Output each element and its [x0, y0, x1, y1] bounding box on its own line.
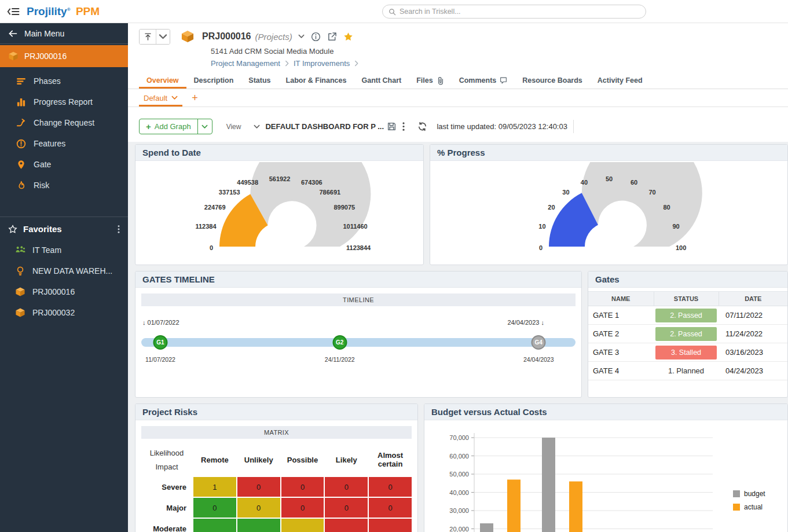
timeline-milestone-g2[interactable]: G2: [332, 335, 347, 350]
panel-project-risks: Project Risks MATRIX LikelihoodImpactRem…: [135, 403, 418, 532]
tab-label: Labor & Finances: [286, 76, 347, 85]
svg-text:50,000: 50,000: [449, 471, 469, 478]
app-logo: Projility® PPM: [27, 5, 100, 18]
matrix-cell[interactable]: 0: [369, 498, 412, 518]
matrix-cell[interactable]: [237, 519, 280, 532]
matrix-column-unlikely: Unlikely: [237, 443, 280, 476]
favorite-item-prj000032[interactable]: PRJ000032: [0, 302, 128, 323]
gate-date: 04/24/2023: [719, 362, 787, 380]
timeline-bar: [141, 338, 576, 347]
matrix-cell[interactable]: [193, 519, 236, 532]
collapse-menu-icon[interactable]: [7, 7, 20, 16]
add-graph-dropdown[interactable]: [197, 119, 212, 134]
gates-table-row: GATE 33. Stalled03/16/2023: [588, 343, 787, 362]
add-subtab-button[interactable]: [192, 93, 198, 103]
matrix-cell[interactable]: 0: [281, 477, 324, 497]
navigate-up-button[interactable]: [140, 30, 156, 44]
kebab-menu-icon[interactable]: [118, 225, 120, 233]
phases-icon: [16, 76, 26, 86]
sidebar-item-change-request[interactable]: Change Request: [0, 112, 128, 133]
gate-status-cell: 2. Passed: [654, 306, 719, 325]
svg-text:70: 70: [648, 189, 655, 196]
idea-icon: [15, 266, 25, 276]
matrix-cell[interactable]: 0: [325, 498, 368, 518]
dashboard-subtab-bar: Default: [128, 89, 788, 107]
favorite-item-prj000016[interactable]: PRJ000016: [0, 281, 128, 302]
matrix-cell[interactable]: 0: [325, 477, 368, 497]
breadcrumb-item[interactable]: Project Management: [211, 59, 280, 68]
sidebar-item-risk[interactable]: Risk: [0, 175, 128, 196]
timeline-start-label: ↓ 01/07/2022: [142, 319, 179, 326]
favorite-star-icon[interactable]: [343, 32, 353, 42]
sidebar-item-features[interactable]: Features: [0, 133, 128, 154]
refresh-icon[interactable]: [417, 122, 427, 131]
global-search[interactable]: [382, 5, 646, 19]
tab-label: Comments: [459, 76, 497, 85]
tab-description[interactable]: Description: [186, 72, 241, 89]
matrix-cell[interactable]: [369, 519, 412, 532]
breadcrumb-item[interactable]: IT Improvements: [294, 59, 350, 68]
matrix-cell[interactable]: [281, 519, 324, 532]
favorite-label: PRJ000016: [32, 287, 75, 296]
chevron-down-icon: [201, 124, 208, 129]
timeline-milestone-g1[interactable]: G1: [153, 335, 168, 350]
add-graph-button[interactable]: Add Graph: [140, 119, 197, 134]
last-updated-text: last time updated: 09/05/2023 12:40:03: [437, 122, 567, 131]
dashboard-name: DEFAULT DASHBOARD FOR P ...: [265, 122, 381, 131]
legend-item-budget: budget: [733, 490, 765, 498]
tab-gantt-chart[interactable]: Gantt Chart: [354, 72, 409, 89]
panel-gates-timeline: GATES TIMELINE TIMELINE ↓ 01/07/2022 24/…: [135, 271, 582, 398]
matrix-cell[interactable]: 1: [193, 477, 236, 497]
gates-column-header: STATUS: [654, 292, 719, 306]
tab-status[interactable]: Status: [241, 72, 278, 89]
svg-text:449538: 449538: [237, 179, 258, 186]
matrix-cell[interactable]: 0: [237, 498, 280, 518]
progress-gauge-svg: 0102030405060708090100: [470, 162, 748, 258]
logo-registered-mark: ®: [67, 6, 71, 12]
favorite-item-new-data-wareh[interactable]: NEW DATA WAREH...: [0, 261, 128, 281]
matrix-cell[interactable]: 0: [237, 477, 280, 497]
tab-overview[interactable]: Overview: [139, 72, 186, 89]
matrix-cell[interactable]: 0: [281, 498, 324, 518]
favorites-header: Favorites: [0, 217, 128, 240]
tab-labor-finances[interactable]: Labor & Finances: [278, 72, 354, 89]
progress-report-icon: [16, 97, 26, 107]
title-chevron-down-icon[interactable]: [298, 34, 305, 39]
subtab-default[interactable]: Default: [139, 89, 182, 107]
svg-text:674306: 674306: [300, 179, 322, 186]
risk-matrix: LikelihoodImpactRemoteUnlikelyPossibleLi…: [141, 443, 412, 532]
matrix-column-possible: Possible: [281, 443, 324, 476]
tab-files[interactable]: Files: [409, 72, 452, 89]
sidebar-item-progress-report[interactable]: Progress Report: [0, 91, 128, 112]
svg-text:1011460: 1011460: [343, 223, 367, 230]
tab-comments[interactable]: Comments: [452, 72, 515, 89]
navigate-dropdown-button[interactable]: [156, 30, 170, 44]
gate-date: 11/24/2022: [719, 325, 787, 343]
object-type-label: (Projects): [255, 32, 292, 42]
matrix-cell[interactable]: [325, 519, 368, 532]
favorite-label: PRJ000032: [32, 308, 75, 317]
open-in-new-icon[interactable]: [327, 32, 337, 42]
favorite-item-it-team[interactable]: IT Team: [0, 240, 128, 261]
dashboard-selector[interactable]: DEFAULT DASHBOARD FOR P ...: [254, 122, 381, 131]
svg-text:899075: 899075: [333, 204, 355, 211]
sidebar-item-label: Features: [34, 139, 65, 148]
tab-activity-feed[interactable]: Activity Feed: [590, 72, 650, 89]
matrix-cell[interactable]: 0: [369, 477, 412, 497]
dashboard-options-icon[interactable]: [402, 122, 405, 131]
sidebar-item-phases[interactable]: Phases: [0, 71, 128, 91]
matrix-cell[interactable]: 0: [193, 498, 236, 518]
sidebar-item-gate[interactable]: Gate: [0, 154, 128, 175]
info-icon[interactable]: [311, 32, 321, 42]
svg-text:561922: 561922: [269, 175, 290, 182]
search-input[interactable]: [400, 8, 640, 16]
chevron-right-icon: [285, 60, 289, 67]
gates-table-row: GATE 41. Planned04/24/2023: [588, 362, 787, 380]
gate-status-badge: 3. Stalled: [655, 346, 717, 359]
subtab-label: Default: [144, 94, 167, 102]
sidebar-item-active-project[interactable]: PRJ000016: [0, 45, 128, 67]
tab-resource-boards[interactable]: Resource Boards: [515, 72, 590, 89]
timeline-milestone-g4[interactable]: G4: [532, 335, 546, 350]
save-dashboard-icon[interactable]: [387, 122, 397, 131]
sidebar-back-main-menu[interactable]: Main Menu: [0, 23, 128, 44]
